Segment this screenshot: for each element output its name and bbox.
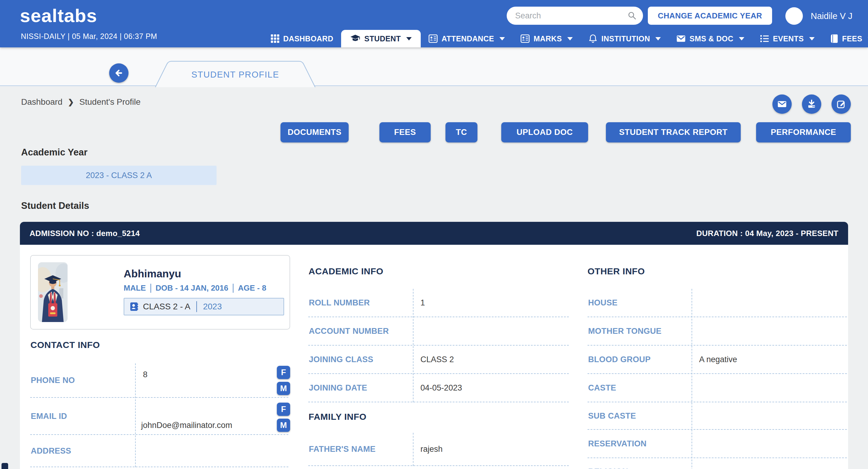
other-info-table: HOUSE MOTHER TONGUE BLOOD GROUP A negati… xyxy=(588,289,847,469)
nav-item-fees[interactable]: FEES xyxy=(823,30,868,48)
table-row-account-number: ACCOUNT NUMBER xyxy=(308,317,569,346)
table-row-reservation: RESERVATION xyxy=(588,430,847,458)
search-input[interactable] xyxy=(507,7,643,25)
id-card-icon xyxy=(521,34,530,43)
field-value: 1 xyxy=(421,298,425,307)
field-label: BLOOD GROUP xyxy=(588,355,651,364)
bell-icon xyxy=(588,34,597,43)
admission-duration-bar: ADMISSION NO : demo_5214 DURATION : 04 M… xyxy=(20,222,848,245)
field-value: A negative xyxy=(699,355,737,364)
field-label: RESERVATION xyxy=(588,439,647,448)
table-row-roll-number: ROLL NUMBER 1 xyxy=(308,289,569,317)
student-meta: MALE DOB - 14 JAN, 2016 AGE - 8 xyxy=(124,284,266,293)
field-label: PHONE NO xyxy=(31,376,75,385)
mother-badge[interactable]: M xyxy=(277,419,290,432)
chevron-down-icon xyxy=(739,37,744,40)
divider xyxy=(151,284,151,293)
tab-strip xyxy=(0,48,868,86)
documents-button[interactable]: DOCUMENTS xyxy=(280,122,349,142)
year-value: 2023 xyxy=(203,302,222,312)
field-label: FATHER'S NAME xyxy=(309,444,375,454)
academic-info-heading: ACADEMIC INFO xyxy=(309,266,383,276)
app-logo: sealtabs xyxy=(20,5,97,26)
main-nav: DASHBOARD STUDENT ATTENDANCE MARKS INSTI… xyxy=(263,30,868,48)
nav-item-marks[interactable]: MARKS xyxy=(513,30,581,48)
download-button[interactable] xyxy=(802,94,821,114)
bottom-left-artifact xyxy=(1,463,8,469)
search-icon xyxy=(627,11,637,21)
age: AGE - 8 xyxy=(238,284,266,293)
duration: DURATION : 04 May, 2023 - PRESENT xyxy=(696,229,838,238)
edit-icon xyxy=(835,98,847,111)
breadcrumb-dashboard[interactable]: Dashboard xyxy=(21,97,62,107)
table-row-caste: CASTE xyxy=(588,374,847,402)
tc-button[interactable]: TC xyxy=(445,122,477,142)
contact-info-heading: CONTACT INFO xyxy=(30,340,100,350)
nav-item-student[interactable]: STUDENT xyxy=(341,30,421,48)
table-row-blood-group: BLOOD GROUP A negative xyxy=(588,346,847,374)
page: sealtabs NISSI-DAILY | 05 Mar, 2024 | 06… xyxy=(0,0,868,469)
breadcrumb-student-profile[interactable]: Student's Profile xyxy=(79,97,141,107)
family-info-table: FATHER'S NAME rajesh xyxy=(308,433,569,466)
nav-label: FEES xyxy=(842,34,862,43)
academic-info-table: ROLL NUMBER 1 ACCOUNT NUMBER JOINING CLA… xyxy=(308,289,569,402)
avatar[interactable] xyxy=(785,7,803,25)
field-label: EMAIL ID xyxy=(31,411,67,421)
class-year-chip[interactable]: CLASS 2 - A 2023 xyxy=(124,298,284,315)
back-button[interactable] xyxy=(109,63,128,83)
field-label: HOUSE xyxy=(588,298,618,307)
nav-item-events[interactable]: EVENTS xyxy=(752,30,823,48)
id-card-icon xyxy=(130,302,138,311)
family-info-heading: FAMILY INFO xyxy=(309,412,367,422)
chevron-down-icon xyxy=(406,37,412,40)
academic-year-heading: Academic Year xyxy=(21,147,88,158)
student-track-report-button[interactable]: STUDENT TRACK REPORT xyxy=(606,122,741,142)
table-row-sub-caste: SUB CASTE xyxy=(588,402,847,430)
father-badge[interactable]: F xyxy=(277,366,290,379)
nav-label: MARKS xyxy=(533,34,562,43)
field-label: JOINING CLASS xyxy=(309,355,373,364)
performance-button[interactable]: PERFORMANCE xyxy=(756,122,851,142)
chevron-down-icon xyxy=(655,37,661,40)
fees-button[interactable]: FEES xyxy=(379,122,431,142)
father-badge[interactable]: F xyxy=(277,403,290,416)
upload-doc-button[interactable]: UPLOAD DOC xyxy=(501,122,588,142)
user-name[interactable]: Naidile V J xyxy=(811,11,852,21)
nav-label: INSTITUTION xyxy=(601,34,650,43)
field-value: johnDoe@mailinator.com xyxy=(141,421,232,430)
change-academic-year-button[interactable]: CHANGE ACADEMIC YEAR xyxy=(648,7,772,25)
mail-button[interactable] xyxy=(772,94,792,114)
nav-item-sms-doc[interactable]: SMS & DOC xyxy=(669,30,752,48)
gender: MALE xyxy=(124,284,146,293)
class-value: CLASS 2 - A xyxy=(143,302,190,312)
academic-year-chip[interactable]: 2023 - CLASS 2 A xyxy=(21,166,217,185)
field-label: ROLL NUMBER xyxy=(309,298,370,307)
nav-label: SMS & DOC xyxy=(689,34,733,43)
download-icon xyxy=(805,98,818,111)
id-card-icon xyxy=(429,34,438,43)
chevron-down-icon xyxy=(809,37,815,40)
mother-badge[interactable]: M xyxy=(277,382,290,395)
field-label: SUB CASTE xyxy=(588,411,636,420)
tab-label[interactable]: STUDENT PROFILE xyxy=(155,70,316,80)
arrow-left-icon xyxy=(113,67,125,79)
student-name: Abhimanyu xyxy=(124,268,181,280)
field-label: JOINING DATE xyxy=(309,383,367,393)
chevron-down-icon xyxy=(499,37,505,40)
nav-label: DASHBOARD xyxy=(283,34,333,43)
admission-no: ADMISSION NO : demo_5214 xyxy=(30,229,140,238)
divider xyxy=(233,284,234,293)
envelope-icon xyxy=(776,98,788,111)
table-row-joining-date: JOINING DATE 04-05-2023 xyxy=(308,374,569,402)
envelope-icon xyxy=(677,34,685,43)
table-row-phone: PHONE NO 8 F M xyxy=(30,363,288,398)
table-row-email: EMAIL ID johnDoe@mailinator.com F M xyxy=(30,398,288,435)
graduation-cap-icon xyxy=(350,34,361,43)
tab-student-profile[interactable]: STUDENT PROFILE xyxy=(155,61,316,87)
field-value: 04-05-2023 xyxy=(421,383,462,393)
nav-item-attendance[interactable]: ATTENDANCE xyxy=(421,30,513,48)
edit-button[interactable] xyxy=(832,94,851,114)
field-label: CASTE xyxy=(588,383,616,393)
nav-item-institution[interactable]: INSTITUTION xyxy=(581,30,669,48)
nav-item-dashboard[interactable]: DASHBOARD xyxy=(263,30,341,48)
